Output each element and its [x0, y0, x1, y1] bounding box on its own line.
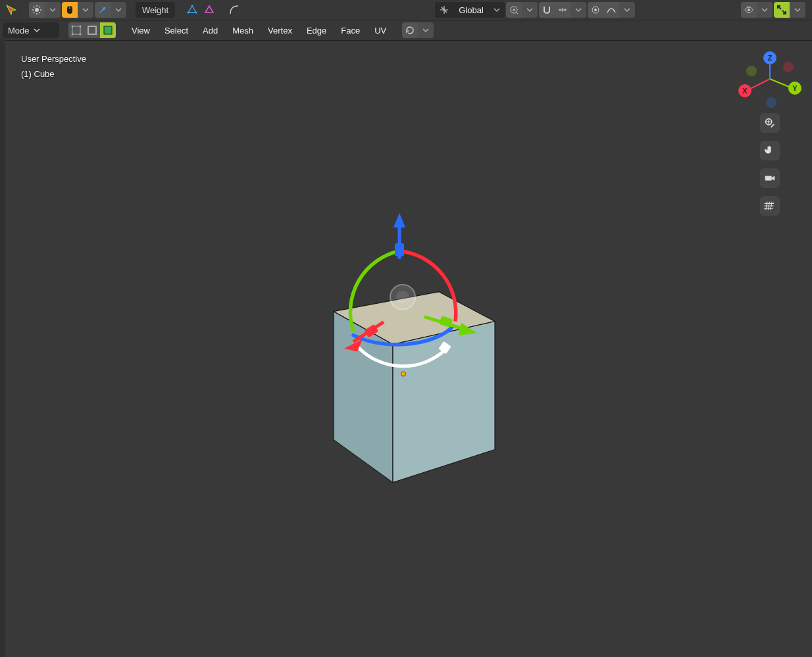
mode-label: Mode [8, 26, 30, 36]
pan-icon[interactable] [760, 141, 780, 160]
menu-mesh[interactable]: Mesh [226, 20, 260, 40]
svg-point-30 [396, 290, 409, 303]
menu-select[interactable]: Select [158, 20, 195, 40]
viewport-3d[interactable]: User Perspective (1) Cube Z Y X [0, 41, 812, 657]
snap-icon[interactable] [539, 2, 555, 18]
mouse-dropdown[interactable] [62, 2, 93, 18]
axis-z[interactable]: Z [763, 51, 776, 64]
zoom-icon[interactable] [760, 113, 780, 133]
svg-point-3 [191, 5, 193, 7]
pivot-dropdown[interactable] [506, 2, 538, 18]
tool-settings-bar: Weight Global [0, 0, 812, 20]
checker-icon[interactable] [243, 2, 259, 18]
svg-point-21 [748, 9, 750, 11]
chevron-down-icon[interactable] [489, 2, 505, 18]
edge-select-icon[interactable] [201, 2, 217, 18]
snap-group[interactable] [539, 2, 586, 18]
visibility-dropdown[interactable] [741, 2, 773, 18]
orientation-label[interactable]: Global [453, 2, 489, 18]
svg-point-18 [80, 34, 82, 36]
menu-view[interactable]: View [125, 20, 157, 40]
mouse-icon[interactable] [62, 2, 78, 18]
menu-vertex[interactable]: Vertex [261, 20, 299, 40]
svg-line-26 [771, 124, 774, 128]
gizmo-arrow-z[interactable] [393, 212, 405, 227]
pivot-icon[interactable] [506, 2, 522, 18]
svg-point-5 [195, 12, 197, 14]
chevron-down-icon[interactable] [45, 2, 61, 18]
falloff-icon[interactable] [603, 2, 619, 18]
side-scrollbar[interactable] [0, 39, 5, 657]
chevron-down-icon[interactable] [418, 22, 434, 38]
orientation-dropdown[interactable]: Global [435, 2, 505, 18]
cube-object[interactable] [274, 212, 538, 517]
header-right-controls [741, 0, 805, 20]
options-icon[interactable] [29, 2, 45, 18]
chevron-down-icon[interactable] [78, 2, 93, 18]
options-dropdown[interactable] [29, 2, 61, 18]
navigation-gizmo[interactable]: Z Y X [744, 53, 796, 105]
camera-icon[interactable] [760, 168, 780, 188]
axis-y[interactable]: Y [788, 82, 801, 95]
svg-rect-20 [104, 26, 112, 34]
axis-neg-z[interactable] [766, 97, 776, 108]
svg-point-4 [188, 12, 190, 14]
mode-selector[interactable]: Mode [3, 22, 59, 38]
svg-rect-14 [72, 26, 80, 34]
perspective-label: User Perspective [21, 51, 86, 66]
weight-field[interactable]: Weight [136, 2, 175, 18]
svg-point-15 [72, 26, 74, 28]
svg-point-0 [35, 8, 39, 12]
fullscreen-dropdown[interactable] [774, 2, 805, 18]
orientation-icon[interactable] [435, 2, 453, 18]
axis-x[interactable]: X [738, 84, 751, 97]
viewport-info: User Perspective (1) Cube [21, 51, 86, 82]
arc-icon[interactable] [226, 2, 242, 18]
chevron-down-icon[interactable] [522, 2, 538, 18]
grid-icon[interactable] [760, 196, 780, 216]
selection-mode-group [68, 22, 116, 38]
edge-mode-icon[interactable] [84, 22, 100, 38]
face-mode-icon[interactable] [100, 22, 116, 38]
axis-neg-y[interactable] [746, 66, 757, 76]
history-dropdown[interactable] [402, 22, 434, 38]
wrench-dropdown[interactable] [95, 2, 126, 18]
menu-uv[interactable]: UV [368, 20, 393, 40]
svg-rect-19 [88, 26, 96, 34]
history-icon[interactable] [402, 22, 418, 38]
wrench-icon[interactable] [95, 2, 111, 18]
svg-rect-29 [765, 176, 772, 180]
proportional-edit-icon[interactable] [588, 2, 603, 18]
proportional-edit-group[interactable] [588, 2, 635, 18]
viewport-header: Mode View Select Add Mesh Vertex Edge Fa… [0, 20, 812, 41]
svg-point-17 [72, 34, 74, 36]
chevron-down-icon[interactable] [757, 2, 773, 18]
svg-point-16 [80, 26, 82, 28]
viewport-right-tools: Z Y X [744, 53, 796, 216]
object-label: (1) Cube [21, 66, 86, 82]
chevron-down-icon[interactable] [571, 2, 586, 18]
menu-add[interactable]: Add [196, 20, 224, 40]
snap-mode-icon[interactable] [555, 2, 571, 18]
gizmo-handle-z[interactable] [395, 243, 404, 256]
vertex-select-icon[interactable] [184, 2, 200, 18]
cursor-icon[interactable] [3, 2, 20, 18]
menu-face[interactable]: Face [334, 20, 367, 40]
chevron-down-icon[interactable] [790, 2, 805, 18]
visibility-icon[interactable] [741, 2, 757, 18]
svg-point-13 [594, 9, 597, 11]
fullscreen-icon[interactable] [774, 2, 790, 18]
vertex-mode-icon[interactable] [68, 22, 84, 38]
chevron-down-icon[interactable] [619, 2, 635, 18]
svg-point-7 [513, 9, 515, 11]
chevron-down-icon[interactable] [111, 2, 126, 18]
origin-dot [401, 372, 406, 376]
axis-neg-x[interactable] [783, 62, 794, 72]
menu-edge[interactable]: Edge [300, 20, 333, 40]
